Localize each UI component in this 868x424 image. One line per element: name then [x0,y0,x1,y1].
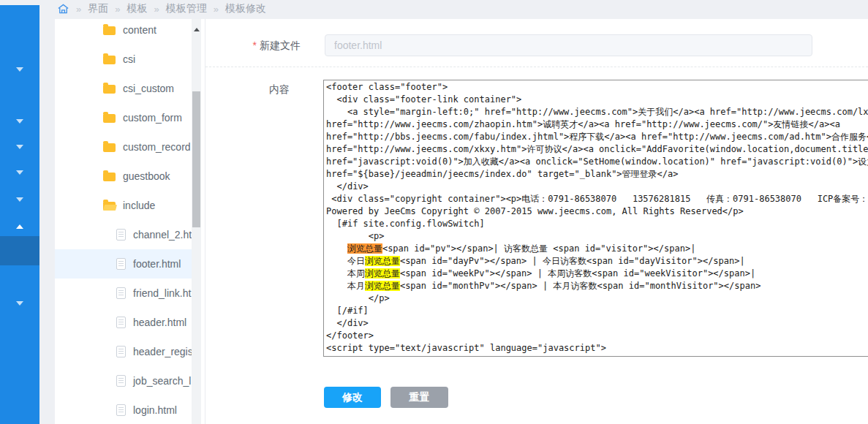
folder-icon [103,114,116,123]
file-icon [116,287,126,299]
tree-item-folder[interactable]: guestbook [55,162,201,191]
file-icon [116,404,126,416]
file-icon [116,375,126,387]
tree-item-folder-open[interactable]: include [55,191,201,220]
file-icon [116,229,126,241]
find-highlight: 浏览总量 [365,281,400,291]
chevron-down-icon[interactable] [16,67,23,72]
breadcrumb-item[interactable]: 模板管理 [166,2,207,15]
form-actions: 修改 重置 [324,387,448,408]
tree-item-file[interactable]: login.html [55,395,201,424]
tree-item-file[interactable]: header_regis [55,337,201,366]
tree-item-label: header_regis [133,346,193,357]
tree-item-label: friend_link.ht [133,287,191,299]
tree-item-folder[interactable]: custom_record [55,132,201,162]
submit-button[interactable]: 修改 [324,387,381,408]
find-highlight: 浏览总量 [365,268,400,279]
tree-item-label: include [123,200,155,211]
folder-icon [103,26,116,35]
file-icon [116,258,126,270]
breadcrumb-separator: » [214,4,219,15]
chevron-down-icon[interactable] [16,301,23,306]
new-file-label: *新建文件 [205,39,301,53]
tree-item-file[interactable]: job_search_l [55,366,201,395]
folder-icon [103,56,116,64]
tree-item-label: channel_2.ht [133,229,192,241]
tree-scrollbar[interactable] [192,19,201,424]
tree-item-label: custom_form [123,112,182,124]
chevron-down-icon[interactable] [16,145,23,149]
tree-item-file-selected[interactable]: footer.html [55,249,201,279]
file-icon [116,346,126,357]
tree-item-label: custom_record [123,141,191,153]
folder-open-icon [103,202,116,211]
code-editor[interactable]: <footer class="footer"> <div class="foot… [323,80,868,357]
required-mark: * [253,39,257,51]
find-highlight: 浏览总量 [347,243,382,254]
chevron-down-icon[interactable] [16,197,23,202]
collapsed-nav-strip [0,5,39,424]
tree-item-label: job_search_l [133,375,191,387]
chevron-down-icon[interactable] [16,119,23,124]
file-icon [116,317,126,328]
reset-button[interactable]: 重置 [390,387,448,408]
folder-icon [103,85,116,94]
tree-item-label: header.html [133,317,186,328]
form-divider [205,67,868,67]
folder-icon [103,173,116,181]
tree-item-file[interactable]: header.html [55,308,201,337]
tree-item-label: guestbook [123,170,170,182]
tree-item-file[interactable]: channel_2.ht [55,220,201,249]
scrollbar-thumb[interactable] [192,91,200,227]
breadcrumb: » 界面 » 模板 » 模板管理 » 模板修改 [57,1,266,16]
home-icon[interactable] [57,3,69,15]
tree-item-label: csi_custom [123,83,174,94]
content-label: 内容 [205,83,290,96]
template-edit-form: *新建文件 内容 <footer class="footer"> <div cl… [205,19,868,424]
breadcrumb-current: 模板修改 [225,2,266,15]
tree-item-label: footer.html [133,258,181,270]
find-highlight: 浏览总量 [365,256,400,266]
tree-item-folder[interactable]: content [55,19,201,45]
breadcrumb-item[interactable]: 模板 [127,2,147,15]
new-file-input [325,34,812,56]
template-file-tree: content csi csi_custom custom_form custo… [55,19,201,424]
breadcrumb-separator: » [154,4,159,15]
chevron-up-icon[interactable] [16,224,23,229]
tree-item-file[interactable]: friend_link.ht [55,279,201,308]
breadcrumb-separator: » [115,4,120,15]
breadcrumb-separator: » [76,4,81,15]
tree-item-label: login.html [133,404,177,416]
tree-item-label: content [123,24,156,36]
tree-item-folder[interactable]: csi_custom [55,74,201,103]
nav-selected-indicator[interactable] [0,236,39,265]
chevron-down-icon[interactable] [16,170,23,175]
content-card: content csi csi_custom custom_form custo… [55,19,868,424]
tree-item-folder[interactable]: csi [55,45,201,74]
breadcrumb-item[interactable]: 界面 [88,2,108,15]
tree-item-folder[interactable]: custom_form [55,103,201,132]
scroll-up-icon[interactable] [194,28,200,31]
tree-item-label: csi [123,53,135,65]
folder-icon [103,143,116,152]
